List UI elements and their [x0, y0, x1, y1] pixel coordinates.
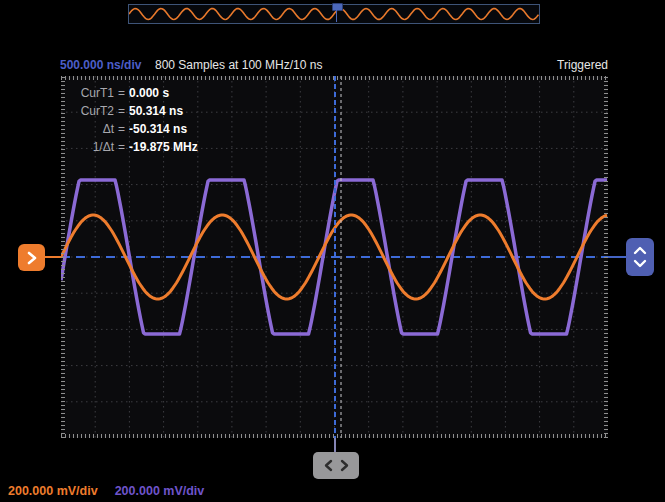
readout-row-inverse-delta-t: 1/Δt=-19.875 MHz: [68, 138, 198, 156]
readout-eq: =: [114, 120, 129, 138]
cursor-readout: CurT1=0.000 s CurT2=50.314 ns Δt=-50.314…: [68, 84, 198, 156]
trigger-position-stem: [336, 9, 337, 22]
channel-2-scale-label: 200.000 mV/div: [115, 484, 205, 498]
chevron-up-icon: [633, 246, 647, 255]
readout-label: CurT1: [68, 84, 114, 102]
sample-info-label: 800 Samples at 100 MHz/10 ns: [155, 58, 322, 72]
trigger-level-connector-left: [45, 256, 61, 258]
readout-label: CurT2: [68, 102, 114, 120]
readout-value: -50.314 ns: [129, 120, 187, 138]
scope-display[interactable]: CurT1=0.000 s CurT2=50.314 ns Δt=-50.314…: [61, 76, 608, 438]
readout-eq: =: [114, 102, 129, 120]
readout-label: 1/Δt: [68, 138, 114, 156]
readout-row-curt1: CurT1=0.000 s: [68, 84, 198, 102]
chevron-down-icon: [633, 259, 647, 268]
trigger-status-label: Triggered: [557, 58, 608, 72]
chevron-right-icon: [26, 251, 38, 265]
channel-trigger-marker[interactable]: [18, 244, 45, 271]
readout-row-curt2: CurT2=50.314 ns: [68, 102, 198, 120]
trigger-level-connector-right: [608, 256, 626, 258]
readout-eq: =: [114, 84, 129, 102]
chevron-left-icon: [324, 459, 333, 472]
chevron-right-icon: [340, 459, 349, 472]
readout-label: Δt: [68, 120, 114, 138]
cursor-stem: [334, 438, 336, 452]
readout-value: 50.314 ns: [129, 102, 183, 120]
capture-overview-minimap[interactable]: [128, 4, 540, 24]
readout-value: -19.875 MHz: [129, 138, 198, 156]
trigger-position-marker-icon[interactable]: [332, 3, 343, 11]
vertical-offset-button[interactable]: [626, 238, 654, 276]
timebase-label: 500.000 ns/div: [60, 58, 141, 72]
readout-eq: =: [114, 138, 129, 156]
horizontal-scroll-button[interactable]: [313, 452, 359, 479]
readout-row-delta-t: Δt=-50.314 ns: [68, 120, 198, 138]
channel-1-scale-label: 200.000 mV/div: [8, 484, 98, 498]
channel-scales: 200.000 mV/div 200.000 mV/div: [8, 484, 204, 498]
readout-value: 0.000 s: [129, 84, 169, 102]
